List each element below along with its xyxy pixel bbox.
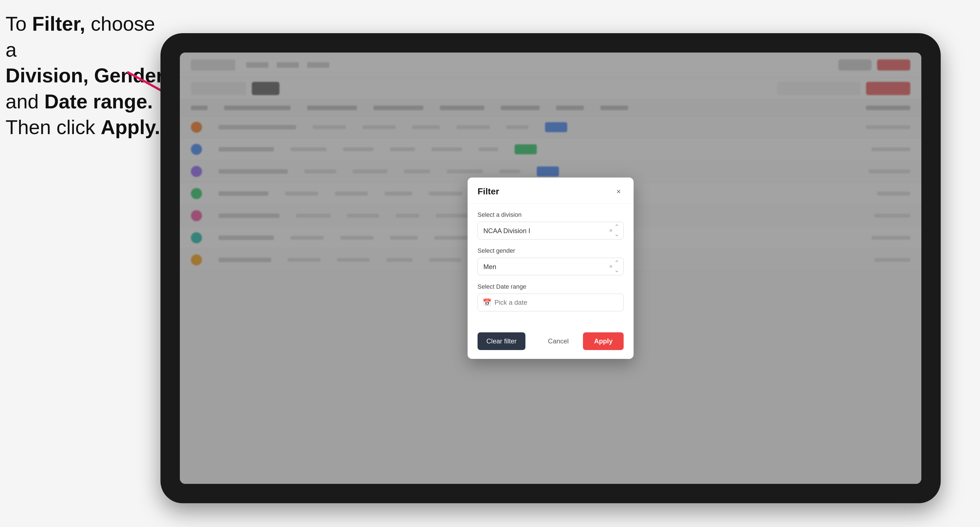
apply-button[interactable]: Apply (583, 332, 624, 350)
clear-filter-button[interactable]: Clear filter (477, 332, 525, 350)
modal-header: Filter × (468, 178, 633, 203)
cancel-button[interactable]: Cancel (539, 332, 578, 350)
instruction-line3: and Date range. (6, 90, 153, 113)
instruction-line1: To Filter, choose a (6, 13, 155, 61)
filter-modal: Filter × Select a division NCAA Division… (468, 178, 633, 359)
instruction-line4: Then click Apply. (6, 116, 160, 138)
modal-body: Select a division NCAA Division I NCAA D… (468, 203, 633, 327)
modal-close-button[interactable]: × (614, 187, 624, 197)
gender-form-group: Select gender Men Women × ⌃⌄ (477, 247, 624, 275)
footer-right: Cancel Apply (539, 332, 624, 350)
date-input-wrapper[interactable]: 📅 (477, 294, 624, 311)
tablet-screen: Filter × Select a division NCAA Division… (180, 52, 921, 484)
modal-title: Filter (477, 186, 499, 197)
gender-select[interactable]: Men Women (477, 258, 624, 275)
gender-select-wrapper[interactable]: Men Women × ⌃⌄ (477, 258, 624, 275)
instruction-bold-line: Division, Gender (6, 64, 164, 87)
division-select[interactable]: NCAA Division I NCAA Division II NCAA Di… (477, 222, 624, 240)
calendar-icon: 📅 (482, 298, 492, 307)
division-form-group: Select a division NCAA Division I NCAA D… (477, 211, 624, 240)
instruction-text: To Filter, choose a Division, Gender and… (6, 11, 172, 140)
modal-overlay: Filter × Select a division NCAA Division… (180, 52, 921, 484)
division-clear-icon[interactable]: × (609, 227, 612, 234)
modal-footer: Clear filter Cancel Apply (468, 327, 633, 359)
gender-label: Select gender (477, 247, 624, 254)
date-label: Select Date range (477, 283, 624, 290)
tablet-frame: Filter × Select a division NCAA Division… (161, 33, 941, 503)
division-label: Select a division (477, 211, 624, 218)
date-input[interactable] (477, 294, 624, 311)
division-select-wrapper[interactable]: NCAA Division I NCAA Division II NCAA Di… (477, 222, 624, 240)
gender-clear-icon[interactable]: × (609, 263, 612, 270)
date-form-group: Select Date range 📅 (477, 283, 624, 311)
